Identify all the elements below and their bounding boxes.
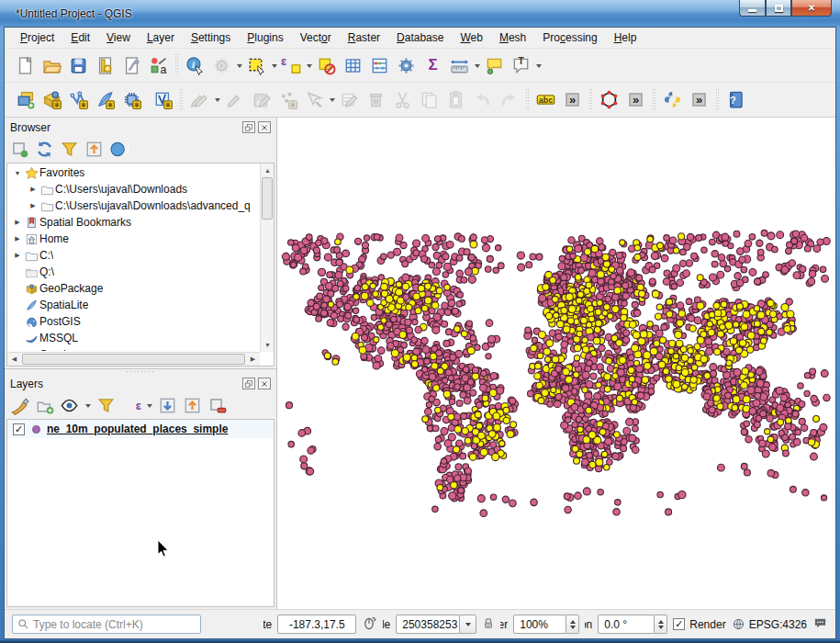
refresh-browser-button[interactable] [34,139,55,160]
magnifier-spin-arrows[interactable] [566,615,579,634]
layers-close-button[interactable] [258,378,271,389]
scroll-up-arrow[interactable]: ▲ [261,164,274,177]
menu-help[interactable]: Help [606,28,645,47]
current-edits-button[interactable] [186,87,213,113]
menu-database[interactable]: Database [388,28,452,47]
deselect-all-button[interactable] [313,52,340,78]
labeling-button[interactable]: abc [532,87,559,113]
style-manager-button[interactable]: a [145,52,172,78]
save-project-button[interactable] [65,52,92,78]
scroll-left-arrow[interactable]: ◀ [7,353,21,367]
close-button[interactable]: ✕ [791,0,832,17]
magnifier-spinbox[interactable]: 100% [513,615,579,634]
toggle-editing-button[interactable] [221,87,248,113]
undo-button[interactable] [469,87,496,113]
statistical-summary-button[interactable]: Σ [420,52,446,78]
add-selected-layers-button[interactable] [9,139,30,160]
menu-edit[interactable]: Edit [62,28,98,47]
tree-collapsed-arrow[interactable]: ▶ [28,186,39,193]
browser-item-favorites[interactable]: ▼Favorites [8,164,259,181]
open-project-button[interactable] [39,52,65,78]
remove-layer-button[interactable] [207,395,228,416]
browser-item-postgis[interactable]: PostGIS [8,313,259,330]
save-edits-button[interactable] [248,87,274,113]
select-features-button[interactable] [243,52,270,78]
layer-name[interactable]: ne_10m_populated_places_simple [47,423,228,435]
open-layer-styling-button[interactable] [9,395,30,416]
minimize-button[interactable] [739,0,766,17]
maximize-button[interactable] [766,0,791,17]
locator-search-input[interactable]: Type to locate (Ctrl+K) [12,615,201,634]
properties-info-button[interactable]: i [108,139,129,160]
menu-vector[interactable]: Vector [292,28,340,47]
menu-view[interactable]: View [98,28,139,47]
new-memory-layer-button[interactable] [150,87,176,113]
menu-project[interactable]: Project [12,28,62,47]
add-vector-layer-button[interactable] [39,87,65,113]
map-canvas[interactable] [277,118,835,609]
text-annotation-dropdown[interactable] [534,52,543,78]
messages-icon[interactable] [812,616,828,633]
vertex-tool-button[interactable] [301,87,328,113]
collapse-all-browser-button[interactable] [84,139,105,160]
shape-digitizing-button[interactable] [596,87,622,113]
processing-toolbox-button[interactable] [393,52,420,78]
browser-item-c-users-ujaval-downloads-advanced-q[interactable]: ▶C:\Users\ujaval\Downloads\advanced_q [8,197,259,214]
run-feature-action-button[interactable] [208,52,235,78]
menu-settings[interactable]: Settings [183,28,239,47]
menu-plugins[interactable]: Plugins [239,28,291,47]
cut-features-button[interactable] [389,87,416,113]
open-attribute-table-button[interactable] [340,52,366,78]
toolbar-extension-1-button[interactable]: » [559,87,586,113]
title-bar[interactable]: *Untitled Project - QGIS ✕ [0,0,840,27]
menu-raster[interactable]: Raster [340,28,388,47]
browser-item-spatialite[interactable]: SpatiaLite [8,297,259,313]
vertical-scroll-thumb[interactable] [262,177,273,220]
render-checkbox[interactable]: ✓ Render [673,618,725,631]
browser-item-home[interactable]: ▶Home [8,231,259,247]
scroll-right-arrow[interactable]: ▶ [246,353,260,367]
collapse-all-layers-button[interactable] [182,395,203,416]
tree-expanded-arrow[interactable]: ▼ [12,170,23,176]
browser-item-mssql[interactable]: MSSQL [8,330,259,346]
filter-by-expression-button[interactable]: ε [120,395,141,416]
coordinate-input[interactable]: -187.3,17.5 [277,615,356,634]
delete-selected-button[interactable] [363,87,389,113]
filter-legend-button[interactable] [95,395,117,416]
browser-item-q[interactable]: Q:\ [8,264,259,280]
new-shapefile-layer-button[interactable] [65,87,92,113]
copy-features-button[interactable] [416,87,442,113]
data-source-manager-button[interactable] [12,87,39,113]
layer-visibility-checkbox[interactable]: ✓ [13,423,25,435]
menu-web[interactable]: Web [452,28,490,47]
run-feature-action-dropdown[interactable] [235,52,243,78]
extents-icon[interactable] [362,615,377,634]
browser-item-c[interactable]: ▶C:\ [8,247,259,264]
tree-collapsed-arrow[interactable]: ▶ [28,202,39,209]
new-geopackage-layer-button[interactable] [92,87,118,113]
new-project-button[interactable] [12,52,39,78]
python-console-button[interactable] [659,87,686,113]
select-by-expression-button[interactable]: ε [278,52,305,78]
expand-all-button[interactable] [157,395,178,416]
browser-vertical-scrollbar[interactable]: ▲ ▼ [260,164,274,352]
horizontal-scroll-thumb[interactable] [22,354,245,365]
scroll-down-arrow[interactable]: ▼ [261,338,274,352]
map-tips-button[interactable] [481,52,508,78]
paste-features-button[interactable] [442,87,469,113]
vertex-tool-dropdown[interactable] [328,87,336,113]
new-print-layout-button[interactable] [92,52,118,78]
browser-item-geopackage[interactable]: GeoPackage [8,280,259,297]
field-calculator-button[interactable] [366,52,393,78]
toolbar-extension-3-button[interactable]: » [686,87,712,113]
help-contents-button[interactable]: ? [722,87,749,113]
layer-row[interactable]: ✓ ne_10m_populated_places_simple [7,420,274,438]
measure-button[interactable] [446,52,473,78]
add-group-button[interactable] [34,395,55,416]
rotation-spin-arrows[interactable] [655,615,667,634]
tree-collapsed-arrow[interactable]: ▶ [12,235,23,243]
layers-float-button[interactable] [242,378,255,389]
modify-attributes-button[interactable] [336,87,363,113]
select-by-expression-dropdown[interactable] [305,52,313,78]
manage-map-themes-dropdown[interactable] [84,393,92,419]
